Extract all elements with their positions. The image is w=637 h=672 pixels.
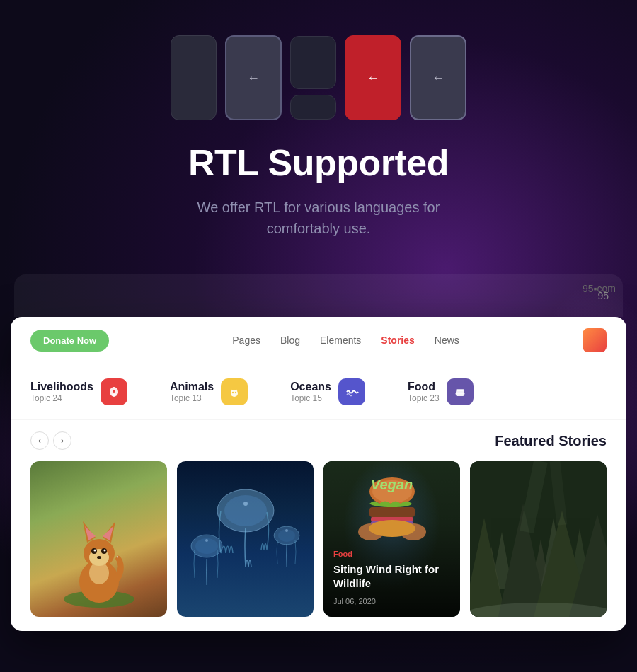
svg-point-2 xyxy=(232,392,234,393)
vegan-word-label: Vegan xyxy=(371,477,413,493)
app-preview-wrapper: 95▪com Donate Now Pages Blog Elements St… xyxy=(0,274,637,631)
svg-point-27 xyxy=(243,502,248,506)
topic-animals-count: Topic 13 xyxy=(170,393,214,403)
svg-rect-6 xyxy=(455,393,465,395)
vegan-story-title: Siting Wind Right for Wildlife xyxy=(333,562,450,590)
topic-animals-name: Animals xyxy=(170,381,214,393)
svg-point-20 xyxy=(89,562,109,584)
svg-point-17 xyxy=(93,550,96,552)
topic-oceans[interactable]: Oceans Topic 15 xyxy=(290,378,365,405)
topic-livelihoods-name: Livelihoods xyxy=(30,381,93,393)
story-card-fox[interactable] xyxy=(30,461,167,617)
app-preview-bg: 95▪com xyxy=(14,274,623,317)
topic-oceans-count: Topic 15 xyxy=(290,393,331,403)
nav-news[interactable]: News xyxy=(435,335,459,346)
topic-animals[interactable]: Animals Topic 13 xyxy=(170,378,248,405)
forest-background xyxy=(470,461,607,617)
jellyfish-illustration xyxy=(182,475,309,617)
left-arrow-icon-3: ← xyxy=(432,71,444,86)
svg-point-28 xyxy=(205,539,208,542)
fox-illustration xyxy=(60,489,138,610)
story-card-vegan[interactable]: Vegan Food Siting Wind Right for Wildlif… xyxy=(323,461,460,617)
topic-food-icon xyxy=(447,378,474,405)
topics-row: Livelihoods Topic 24 Animals T xyxy=(11,364,626,420)
app-card: Donate Now Pages Blog Elements Stories N… xyxy=(11,317,626,631)
topic-food-name: Food xyxy=(408,381,440,393)
rtl-card-1 xyxy=(171,35,217,120)
topic-oceans-name: Oceans xyxy=(290,381,331,393)
rtl-card-2: ← xyxy=(225,35,282,120)
app-navbar: Donate Now Pages Blog Elements Stories N… xyxy=(11,317,626,364)
left-arrow-icon-1: ← xyxy=(247,71,260,86)
featured-header: ‹ › Featured Stories xyxy=(30,431,607,450)
topic-food-text: Food Topic 23 xyxy=(408,381,440,403)
topic-livelihoods-icon xyxy=(101,378,127,405)
nav-elements[interactable]: Elements xyxy=(320,335,361,346)
svg-point-37 xyxy=(369,520,415,537)
left-arrow-icon-2: ← xyxy=(367,71,379,86)
vegan-text-content: Food Siting Wind Right for Wildlife Jul … xyxy=(333,550,450,607)
watermark-label: 95▪com xyxy=(583,283,616,294)
rtl-card-3b xyxy=(290,95,336,120)
nav-stories[interactable]: Stories xyxy=(381,335,414,346)
prev-arrow-button[interactable]: ‹ xyxy=(30,431,49,450)
nav-arrows: ‹ › xyxy=(30,431,71,450)
story-card-forest[interactable] xyxy=(470,461,607,617)
topic-animals-text: Animals Topic 13 xyxy=(170,381,214,403)
stories-grid: Vegan Food Siting Wind Right for Wildlif… xyxy=(30,461,607,617)
topic-livelihoods-text: Livelihoods Topic 24 xyxy=(30,381,93,403)
nav-links: Pages Blog Elements Stories News xyxy=(232,335,459,346)
svg-point-29 xyxy=(285,529,288,532)
featured-area: ‹ › Featured Stories xyxy=(11,420,626,631)
svg-point-18 xyxy=(103,550,105,552)
nav-blog[interactable]: Blog xyxy=(280,335,300,346)
topic-oceans-icon xyxy=(338,378,365,405)
svg-point-0 xyxy=(113,390,115,393)
svg-point-3 xyxy=(235,392,236,393)
svg-rect-5 xyxy=(456,389,464,391)
avatar xyxy=(583,328,607,352)
donate-now-button[interactable]: Donate Now xyxy=(30,330,109,352)
rtl-card-5: ← xyxy=(410,35,466,120)
hero-title: RTL Supported xyxy=(188,141,449,184)
rtl-card-4: ← xyxy=(345,35,401,120)
topic-livelihoods-count: Topic 24 xyxy=(30,393,93,403)
rtl-card-3a xyxy=(290,36,336,89)
topic-animals-icon xyxy=(221,378,248,405)
topic-food-count: Topic 23 xyxy=(408,393,440,403)
topic-livelihoods[interactable]: Livelihoods Topic 24 xyxy=(30,378,127,405)
svg-point-19 xyxy=(97,556,101,559)
fox-background xyxy=(30,461,167,617)
content-wrapper: ← ← ← RTL Supported We offer RTL for var… xyxy=(0,0,637,631)
vegan-date: Jul 06, 2020 xyxy=(333,597,376,606)
story-card-jellyfish[interactable] xyxy=(177,461,314,617)
svg-rect-34 xyxy=(369,507,415,517)
nav-pages[interactable]: Pages xyxy=(232,335,260,346)
featured-stories-title: Featured Stories xyxy=(495,433,607,449)
jellyfish-background xyxy=(177,461,314,617)
svg-point-22 xyxy=(224,495,267,526)
rtl-icons-row: ← ← ← xyxy=(171,35,466,120)
vegan-category: Food xyxy=(333,550,450,558)
next-arrow-button[interactable]: › xyxy=(53,431,71,450)
rtl-card-small-group xyxy=(290,36,336,120)
hero-subtitle: We offer RTL for various languages for c… xyxy=(197,197,440,239)
forest-illustration xyxy=(470,461,607,617)
topic-oceans-text: Oceans Topic 15 xyxy=(290,381,331,403)
topic-food[interactable]: Food Topic 23 xyxy=(408,378,474,405)
